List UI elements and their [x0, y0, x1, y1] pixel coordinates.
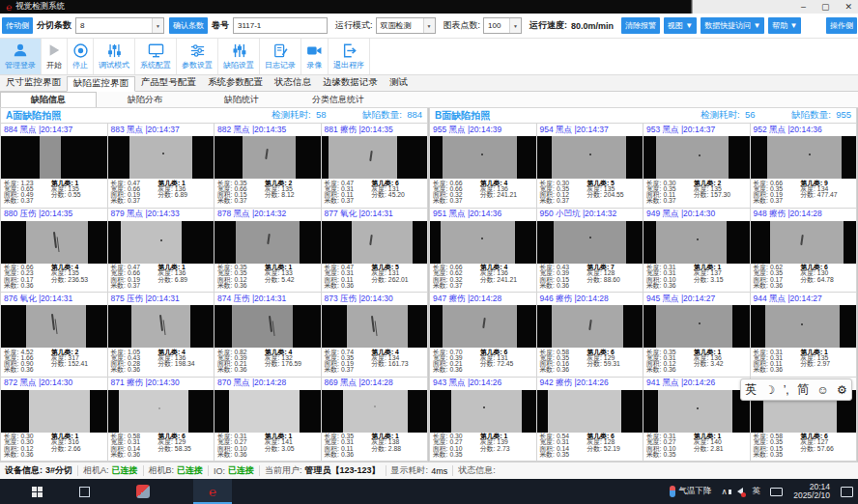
defect-card[interactable]: 872 黑点 |20:14:30 长度: 0.30 宽度: 0.30 面积: 0… [1, 378, 108, 462]
ime-item-0[interactable]: 英 [745, 381, 757, 398]
action-params-button[interactable]: 参数设置 [177, 39, 218, 74]
notification-icon[interactable] [836, 479, 858, 504]
defect-card[interactable]: 954 黑点 |20:14:37 长度: 0.30 宽度: 0.35 面积: 0… [537, 124, 644, 209]
chart-points-select[interactable]: 100▼ [483, 17, 522, 34]
action-user-button[interactable]: 管理登录 [0, 39, 42, 74]
defect-image[interactable] [322, 136, 428, 179]
defect-card[interactable]: 947 擦伤 |20:14:28 长度: 0.70 宽度: 0.39 面积: 0… [430, 293, 537, 378]
ime-item-1[interactable]: ☽ [765, 383, 776, 397]
taskbar-active-app-icon[interactable]: ℮ [193, 479, 232, 504]
defect-card[interactable]: 952 黑点 |20:14:36 长度: 0.66 宽度: 0.35 面积: 0… [751, 124, 858, 209]
defect-image[interactable] [108, 221, 214, 264]
defect-image[interactable] [108, 136, 214, 179]
defect-card[interactable]: 876 氧化 |20:14:31 长度: 4.52 宽度: 1.66 面积: 0… [1, 293, 108, 378]
defect-card[interactable]: 869 黑点 |20:14:28 长度: 0.35 宽度: 0.31 面积: 0… [322, 378, 429, 462]
defect-image[interactable] [430, 221, 536, 264]
subtab-1[interactable]: 缺陷分布 [97, 92, 193, 107]
action-defect-button[interactable]: 缺陷设置 [218, 39, 260, 74]
operate-side-button[interactable]: 操作侧 [826, 17, 857, 34]
defect-card[interactable]: 879 黑点 |20:14:33 长度: 0.47 宽度: 0.66 面积: 0… [108, 209, 215, 294]
defect-image[interactable] [108, 305, 214, 348]
taskbar-clock[interactable]: 20:14 2025/2/10 [787, 483, 836, 500]
defect-image[interactable] [644, 136, 750, 179]
defect-image[interactable] [214, 221, 321, 264]
defect-image[interactable] [1, 136, 107, 179]
task-view-button[interactable] [65, 479, 103, 504]
defect-image[interactable] [1, 305, 107, 348]
start-button[interactable] [17, 479, 56, 504]
action-monitor-button[interactable]: 系统配置 [135, 39, 177, 74]
defect-image[interactable] [537, 390, 644, 433]
defect-card[interactable]: 870 黑点 |20:14:28 长度: 0.31 宽度: 0.27 面积: 0… [214, 378, 322, 462]
defect-card[interactable]: 950 小凹坑 |20:14:32 长度: 0.43 宽度: 0.39 面积: … [537, 209, 644, 294]
run-mode-select[interactable]: 双面检测▼ [376, 17, 436, 34]
defect-card[interactable]: 877 氧化 |20:14:31 长度: 0.47 宽度: 0.31 面积: 0… [322, 209, 429, 294]
defect-image[interactable] [322, 305, 428, 348]
strip-count-select[interactable]: 8▼ [75, 17, 164, 34]
defect-card[interactable]: 942 擦伤 |20:14:26 长度: 0.54 宽度: 0.31 面积: 0… [537, 378, 644, 462]
defect-card[interactable]: 881 擦伤 |20:14:35 长度: 0.47 宽度: 0.31 面积: 0… [322, 124, 429, 209]
tab-2[interactable]: 产品型号配置 [135, 75, 202, 91]
defect-card[interactable]: 878 黑点 |20:14:32 长度: 0.35 宽度: 0.35 面积: 0… [214, 209, 322, 294]
defect-image[interactable] [430, 390, 536, 433]
defect-card[interactable]: 884 黑点 |20:14:37 长度: 1.23 宽度: 0.65 面积: 0… [1, 124, 108, 209]
defect-card[interactable]: 944 黑点 |20:14:27 长度: 0.31 宽度: 0.31 面积: 0… [751, 293, 858, 378]
defect-image[interactable] [644, 305, 750, 348]
defect-image[interactable] [537, 305, 644, 348]
defect-image[interactable] [537, 136, 644, 179]
defect-image[interactable] [1, 221, 107, 264]
defect-image[interactable] [214, 390, 321, 433]
defect-image[interactable] [751, 221, 857, 264]
defect-card[interactable]: 943 黑点 |20:14:26 长度: 0.30 宽度: 0.27 面积: 0… [430, 378, 537, 462]
weather-tray-item[interactable]: 气温下降 [665, 479, 716, 504]
defect-image[interactable] [108, 390, 214, 433]
defect-image[interactable] [322, 221, 428, 264]
subtab-2[interactable]: 缺陷统计 [193, 92, 290, 107]
tab-3[interactable]: 系统参数配置 [202, 75, 269, 91]
roll-input[interactable]: 3117-1 [233, 17, 328, 34]
defect-card[interactable]: 873 压伤 |20:14:30 长度: 0.74 宽度: 0.35 面积: 0… [322, 293, 429, 378]
defect-card[interactable]: 871 擦伤 |20:14:30 长度: 0.58 宽度: 0.31 面积: 0… [108, 378, 215, 462]
defect-card[interactable]: 941 黑点 |20:14:26 长度: 0.31 宽度: 0.27 面积: 0… [644, 378, 751, 462]
defect-image[interactable] [430, 305, 536, 348]
action-debug-button[interactable]: 调试模式 [94, 39, 135, 74]
defect-image[interactable] [1, 390, 107, 433]
subtab-0[interactable]: 缺陷信息 [0, 92, 97, 107]
action-log-button[interactable]: 日志记录 [260, 39, 301, 74]
help-menu-button[interactable]: 帮助 ▼ [768, 17, 801, 34]
defect-card[interactable]: 883 黑点 |20:14:37 长度: 0.47 宽度: 0.66 面积: 0… [108, 124, 215, 209]
ime-item-2[interactable]: ’, [784, 383, 789, 397]
action-exit-button[interactable]: 退出程序 [329, 39, 370, 74]
subtab-3[interactable]: 分类信息统计 [290, 92, 386, 107]
clear-alarm-button[interactable]: 清除报警 [621, 17, 660, 34]
defect-image[interactable] [214, 136, 321, 179]
ime-item-4[interactable]: ☺ [816, 383, 828, 397]
action-stop-button[interactable]: 停止 [68, 39, 94, 74]
defect-card[interactable]: 953 黑点 |20:14:37 长度: 0.30 宽度: 0.35 面积: 0… [644, 124, 751, 209]
defect-card[interactable]: 949 黑点 |20:14:30 长度: 0.31 宽度: 0.31 面积: 0… [644, 209, 751, 294]
tab-5[interactable]: 边缘数据记录 [317, 75, 384, 91]
confirm-count-button[interactable]: 确认条数 [169, 17, 208, 34]
view-menu-button[interactable]: 视图 ▼ [664, 17, 697, 34]
drive-side-button[interactable]: 传动侧 [2, 17, 33, 34]
defect-image[interactable] [430, 136, 536, 179]
defect-card[interactable]: 945 黑点 |20:14:27 长度: 0.35 宽度: 0.31 面积: 0… [644, 293, 751, 378]
defect-image[interactable] [322, 390, 428, 433]
action-play-button[interactable]: 开始 [42, 39, 68, 74]
keyboard-icon[interactable] [765, 479, 787, 504]
defect-image[interactable] [644, 221, 750, 264]
data-quick-access-button[interactable]: 数据快捷访问 ▼ [701, 17, 764, 34]
language-indicator[interactable]: 英 [748, 479, 766, 504]
tab-6[interactable]: 测试 [384, 75, 414, 91]
minimize-button[interactable]: – [801, 2, 806, 12]
defect-card[interactable]: 951 黑点 |20:14:36 长度: 0.66 宽度: 0.62 面积: 0… [430, 209, 537, 294]
tab-4[interactable]: 状态信息 [269, 75, 317, 91]
volume-icon[interactable] [732, 479, 748, 504]
tab-0[interactable]: 尺寸监控界面 [0, 75, 67, 91]
defect-card[interactable]: 946 擦伤 |20:14:28 长度: 0.58 宽度: 0.35 面积: 0… [537, 293, 644, 378]
action-camera-button[interactable]: 录像 [301, 39, 329, 74]
defect-card[interactable]: 882 黑点 |20:14:35 长度: 0.35 宽度: 0.66 面积: 0… [214, 124, 322, 209]
taskbar-app-icon[interactable] [124, 479, 162, 504]
ime-toolbar[interactable]: 英☽’,简☺⚙ [740, 378, 852, 401]
tab-1[interactable]: 缺陷监控界面 [67, 76, 135, 92]
